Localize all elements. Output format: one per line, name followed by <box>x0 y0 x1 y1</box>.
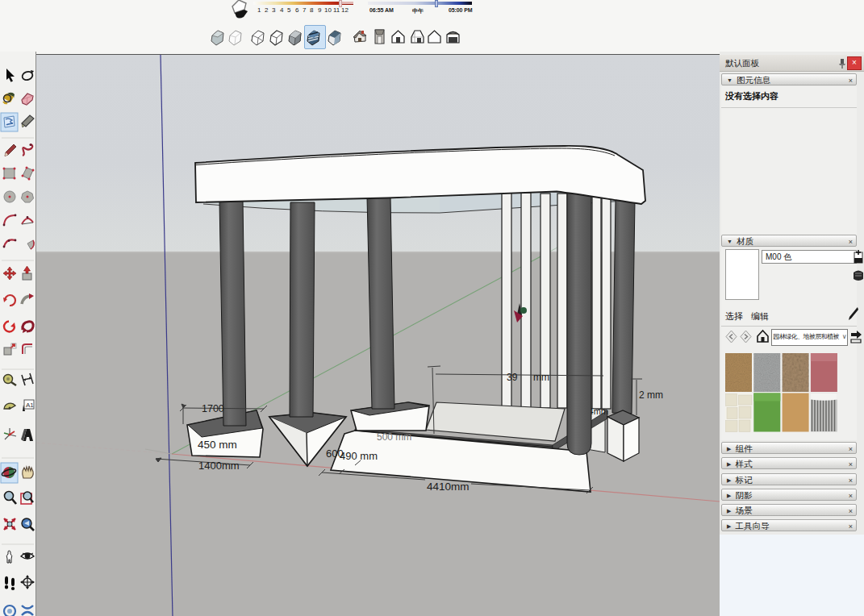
svg-text:500 mm: 500 mm <box>377 431 411 443</box>
svg-text:A1: A1 <box>26 402 34 409</box>
svg-text:450 mm: 450 mm <box>198 439 237 451</box>
svg-text:39: 39 <box>507 372 518 383</box>
svg-text:490 mm: 490 mm <box>340 450 378 462</box>
svg-text:mm: mm <box>533 372 549 383</box>
svg-text:4410mm: 4410mm <box>427 481 470 493</box>
svg-text:1700: 1700 <box>202 403 224 414</box>
svg-text:2 mm: 2 mm <box>639 389 663 401</box>
svg-text:1400mm: 1400mm <box>198 460 240 472</box>
